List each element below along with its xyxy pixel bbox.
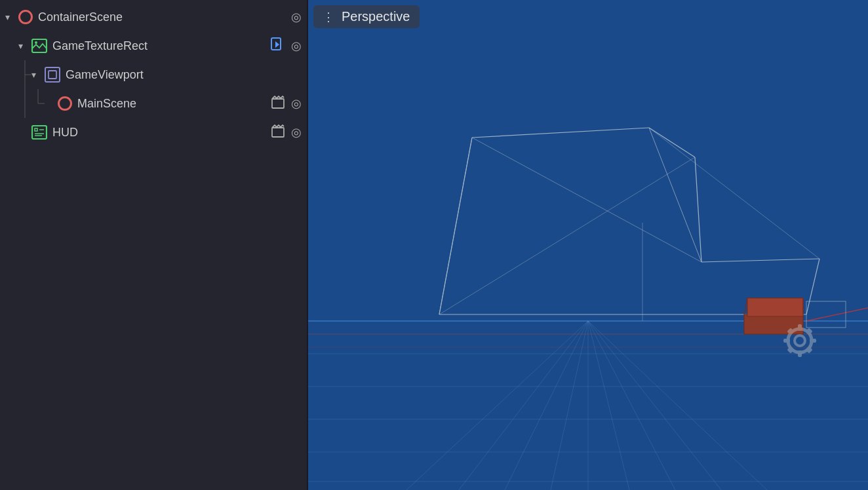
tree-item-container-scene[interactable]: ▾ ContainerScene ◎	[0, 3, 307, 31]
eye-icon-container-scene[interactable]: ◎	[291, 10, 302, 24]
texture-rect-actions: ◎	[270, 37, 302, 55]
viewport-panel[interactable]: ⋮ Perspective	[308, 0, 868, 490]
tree-item-main-scene[interactable]: ▾ MainScene ◎	[0, 89, 307, 118]
script-svg	[270, 37, 285, 52]
viewport-menu-icon[interactable]: ⋮	[323, 10, 335, 24]
container-scene-label: ContainerScene	[38, 10, 286, 24]
play-icon-main-scene[interactable]	[271, 96, 285, 112]
viewport-svg-icon	[45, 67, 60, 83]
tree-line-svg-2	[18, 89, 31, 118]
clapper-icon-hud	[271, 124, 285, 138]
container-scene-icon	[18, 10, 33, 24]
container-scene-actions: ◎	[291, 10, 302, 24]
script-icon-texture-rect[interactable]	[270, 37, 285, 55]
circle-red-outline-icon	[58, 96, 72, 111]
texture-rect-label: GameTextureRect	[52, 39, 265, 53]
tree-item-game-viewport[interactable]: ▾ GameViewport	[0, 60, 307, 89]
eye-icon-hud[interactable]: ◎	[291, 125, 302, 140]
expand-arrow-texture-rect[interactable]: ▾	[18, 41, 29, 51]
svg-rect-10	[272, 99, 284, 108]
svg-rect-5	[45, 67, 60, 82]
hud-rect-icon	[31, 125, 47, 140]
svg-rect-11	[32, 126, 47, 139]
texture-rect-icon	[31, 39, 47, 53]
viewport-header: ⋮ Perspective	[313, 5, 420, 28]
viewport-label: GameViewport	[66, 68, 302, 82]
svg-rect-50	[747, 298, 803, 316]
svg-rect-6	[49, 71, 56, 79]
scene-tree-panel: ▾ ContainerScene ◎ ▾ GameTextureRect	[0, 0, 308, 490]
circle-red-icon	[18, 10, 33, 24]
svg-rect-56	[798, 324, 802, 331]
scene-svg	[308, 0, 868, 490]
hud-icon	[31, 125, 47, 140]
viewport-icon	[45, 67, 60, 83]
svg-rect-59	[810, 339, 816, 343]
svg-point-1	[35, 41, 37, 44]
expand-arrow-container-scene[interactable]: ▾	[5, 12, 16, 22]
hud-label: HUD	[52, 126, 266, 140]
tree-item-game-texture-rect[interactable]: ▾ GameTextureRect ◎	[0, 31, 307, 60]
svg-rect-58	[783, 339, 790, 343]
svg-rect-16	[272, 128, 284, 137]
tree-line-svg	[18, 60, 31, 89]
svg-rect-57	[798, 350, 802, 357]
eye-icon-texture-rect[interactable]: ◎	[291, 39, 302, 53]
play-icon-hud[interactable]	[271, 124, 285, 141]
eye-icon-main-scene[interactable]: ◎	[291, 96, 302, 111]
image-green-icon	[31, 39, 47, 53]
tree-line-svg-3	[31, 89, 45, 118]
tree-item-hud[interactable]: ▾ HUD ◎	[0, 118, 307, 147]
hud-actions: ◎	[271, 124, 302, 141]
viewport-title: Perspective	[342, 9, 410, 24]
expand-arrow-viewport[interactable]: ▾	[31, 69, 42, 80]
main-scene-actions: ◎	[271, 96, 302, 112]
svg-rect-12	[35, 128, 37, 131]
main-scene-icon	[58, 96, 72, 111]
main-scene-label: MainScene	[77, 97, 266, 111]
clapper-icon	[271, 96, 285, 109]
